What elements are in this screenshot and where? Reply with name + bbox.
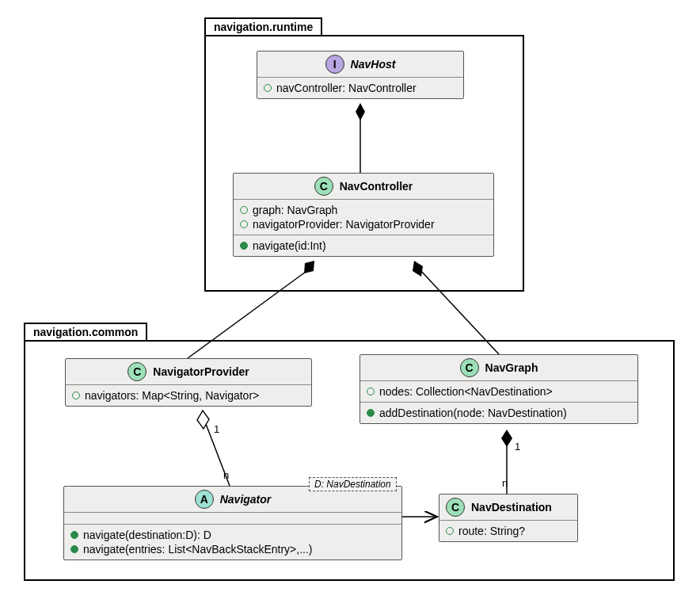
- class-properties: route: String?: [439, 521, 577, 541]
- multiplicity-label: n: [223, 469, 229, 481]
- multiplicity-label: 1: [214, 423, 219, 435]
- class-name: NavigatorProvider: [153, 365, 249, 378]
- svg-marker-1: [356, 103, 365, 120]
- class-header: C NavGraph: [360, 355, 637, 381]
- visibility-public-icon: [70, 545, 78, 553]
- abstract-icon: A: [195, 490, 214, 509]
- class-method: addDestination(node: NavDestination): [367, 406, 631, 420]
- class-name: NavGraph: [485, 361, 538, 374]
- class-method: navigate(destination:D): D: [70, 528, 395, 542]
- svg-marker-3: [304, 261, 314, 273]
- class-properties: navController: NavController: [257, 78, 463, 98]
- class-property: route: String?: [446, 524, 571, 538]
- class-name: NavHost: [351, 58, 396, 71]
- class-header: C NavController: [234, 174, 493, 200]
- rel-navhost-navcontroller: [356, 103, 365, 173]
- rel-navcontroller-navigatorprovider: [188, 261, 314, 358]
- multiplicity-label: 1: [515, 441, 520, 453]
- class-navdestination: C NavDestination route: String?: [439, 494, 578, 542]
- visibility-public-icon: [70, 531, 78, 539]
- class-method: navigate(id:Int): [240, 239, 487, 253]
- class-name: Navigator: [220, 493, 272, 506]
- uml-diagram: navigation.runtime I NavHost navControll…: [0, 0, 700, 592]
- class-methods: navigate(id:Int): [234, 235, 493, 256]
- class-properties: nodes: Collection<NavDestination>: [360, 381, 637, 403]
- class-icon: C: [314, 177, 333, 196]
- visibility-public-icon: [367, 409, 375, 417]
- class-navgraph: C NavGraph nodes: Collection<NavDestinat…: [360, 354, 638, 424]
- class-method: navigate(entries: List<NavBackStackEntry…: [70, 542, 395, 556]
- visibility-open-icon: [240, 206, 248, 214]
- class-properties: graph: NavGraph navigatorProvider: Navig…: [234, 200, 493, 235]
- visibility-open-icon: [72, 391, 80, 399]
- class-header: I NavHost: [257, 52, 463, 78]
- class-name: NavController: [340, 180, 413, 193]
- class-properties: [64, 513, 401, 525]
- class-property: nodes: Collection<NavDestination>: [367, 384, 631, 399]
- rel-navcontroller-navgraph: [413, 261, 499, 354]
- class-header: C NavDestination: [439, 495, 577, 521]
- visibility-open-icon: [446, 527, 454, 535]
- class-navigator: A Navigator navigate(destination:D): D n…: [63, 486, 402, 560]
- svg-line-4: [420, 269, 499, 354]
- class-property: navigatorProvider: NavigatorProvider: [240, 217, 487, 231]
- visibility-public-icon: [240, 242, 248, 250]
- svg-marker-5: [413, 261, 423, 277]
- class-property: graph: NavGraph: [240, 203, 487, 217]
- class-property: navigators: Map<String, Navigator>: [72, 388, 305, 403]
- visibility-open-icon: [367, 388, 375, 395]
- class-methods: navigate(destination:D): D navigate(entr…: [64, 525, 401, 560]
- class-property: navController: NavController: [264, 81, 457, 95]
- template-parameter: D: NavDestination: [309, 477, 397, 491]
- class-methods: addDestination(node: NavDestination): [360, 403, 637, 423]
- class-header: C NavigatorProvider: [66, 359, 311, 385]
- svg-marker-9: [501, 430, 512, 447]
- class-navigatorprovider: C NavigatorProvider navigators: Map<Stri…: [65, 358, 312, 407]
- visibility-open-icon: [240, 220, 248, 228]
- class-icon: C: [460, 358, 479, 377]
- multiplicity-label: n: [502, 477, 508, 489]
- interface-icon: I: [325, 55, 344, 74]
- class-icon: C: [446, 498, 465, 517]
- class-navhost: I NavHost navController: NavController: [257, 51, 464, 99]
- visibility-open-icon: [264, 84, 272, 92]
- class-name: NavDestination: [471, 501, 552, 514]
- svg-line-2: [188, 269, 309, 358]
- class-navcontroller: C NavController graph: NavGraph navigato…: [233, 173, 494, 257]
- class-properties: navigators: Map<String, Navigator>: [66, 385, 311, 406]
- class-icon: C: [127, 362, 146, 381]
